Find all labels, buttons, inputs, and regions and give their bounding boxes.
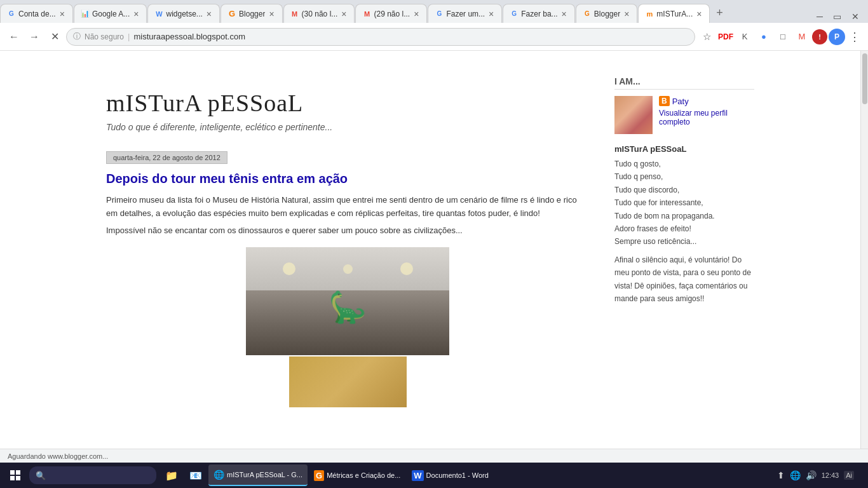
taskbar-ai-label[interactable]: Ai <box>844 471 854 480</box>
win-pane-1 <box>10 470 15 475</box>
tab-label-1: Conta de... <box>18 10 56 18</box>
network-icon: 🌐 <box>790 470 801 480</box>
tab-favicon-8: G <box>510 10 519 18</box>
tab-fazer-8[interactable]: G Fazer ba... × <box>503 4 575 23</box>
status-bar: Aguardando www.blogger.com... <box>0 449 868 463</box>
tab-widgets[interactable]: W widgetse... × <box>147 4 220 23</box>
file-explorer-icon: 📁 <box>165 470 178 482</box>
profile-link[interactable]: Visualizar meu perfil completo <box>659 109 754 126</box>
tab-close-7[interactable]: × <box>487 9 495 19</box>
taskbar-search[interactable]: 🔍 <box>29 466 156 484</box>
tab-bar: G Conta de... × 📊 Google A... × W widget… <box>0 0 868 23</box>
word-icon: W <box>412 470 423 481</box>
taskbar-chrome[interactable]: 🌐 mISTurA pESSoaL - G... <box>208 464 308 486</box>
tab-label-7: Fazer um... <box>446 10 485 18</box>
win-pane-2 <box>16 470 20 475</box>
about-line-6: Adoro frases de efeito! <box>614 222 754 235</box>
tab-close-5[interactable]: × <box>340 9 348 19</box>
windows-logo <box>10 470 20 480</box>
reload-button[interactable]: ✕ <box>46 28 64 46</box>
tab-close-6[interactable]: × <box>412 9 420 19</box>
profile-icon[interactable]: P <box>829 29 845 45</box>
tab-gmail-5[interactable]: M (30 não l... × <box>283 4 355 23</box>
navigation-bar: ← → ✕ ⓘ Não seguro | misturaapessoal.blo… <box>0 23 868 51</box>
close-button[interactable]: ✕ <box>848 10 863 23</box>
tab-label-5: (30 não l... <box>302 10 338 18</box>
taskbar-metricas[interactable]: G Métricas e Criação de... <box>309 464 405 486</box>
taskbar-chrome-label: mISTurA pESSoaL - G... <box>227 471 302 478</box>
tab-blogger-4[interactable]: G Blogger × <box>220 4 283 23</box>
volume-icon: 🔊 <box>806 470 817 480</box>
taskbar-time: 12:43 <box>822 471 839 480</box>
tab-gmail-6[interactable]: M (29 não l... × <box>355 4 427 23</box>
tab-label-8: Fazer ba... <box>521 10 557 18</box>
taskbar-metricas-label: Métricas e Criação de... <box>327 471 400 479</box>
tab-close-1[interactable]: × <box>58 9 66 19</box>
upload-icon: ⬆ <box>777 470 785 480</box>
ext-icon-1[interactable]: K <box>736 28 754 46</box>
tab-favicon-10: m <box>645 10 654 18</box>
tab-label-6: (29 não l... <box>374 10 410 18</box>
tab-favicon-5: M <box>290 10 299 18</box>
post-images: 🦕 <box>106 247 589 407</box>
new-tab-button[interactable]: + <box>710 4 728 22</box>
bookmark-button[interactable]: ☆ <box>698 28 715 46</box>
tab-favicon-1: G <box>7 10 16 18</box>
tab-close-10[interactable]: × <box>695 9 703 19</box>
back-button[interactable]: ← <box>5 28 23 46</box>
taskbar-word[interactable]: W Documento1 - Word <box>407 464 494 486</box>
tab-fazer-7[interactable]: G Fazer um... × <box>428 4 502 23</box>
address-separator: | <box>128 32 130 41</box>
forward-button[interactable]: → <box>25 28 43 46</box>
ext-icon-gmail[interactable]: M <box>793 28 811 46</box>
tab-close-3[interactable]: × <box>205 9 213 19</box>
tab-favicon-9: G <box>583 10 592 18</box>
metricas-icon: G <box>314 470 324 481</box>
tab-close-9[interactable]: × <box>623 9 630 19</box>
ext-icon-chrome[interactable]: ● <box>755 28 773 46</box>
post-date: quarta-feira, 22 de agosto de 2012 <box>106 151 227 164</box>
tab-close-4[interactable]: × <box>268 9 275 19</box>
tab-conta[interactable]: G Conta de... × <box>0 4 73 23</box>
about-line-2: Tudo q penso, <box>614 170 754 183</box>
taskbar-email[interactable]: 📧 <box>184 464 207 486</box>
scrollbar[interactable] <box>860 51 868 449</box>
about-line-5: Tudo de bom na propaganda. <box>614 210 754 222</box>
acrobat-ext-icon[interactable]: PDF <box>717 28 735 46</box>
ext-icon-notification[interactable]: ! <box>812 29 827 44</box>
ext-icon-box[interactable]: □ <box>774 28 792 46</box>
about-line-7: Sempre uso reticência... <box>614 235 754 248</box>
win-pane-3 <box>10 476 15 480</box>
show-desktop-button[interactable] <box>860 463 865 488</box>
tab-google-a[interactable]: 📊 Google A... × <box>74 4 147 23</box>
tab-close-2[interactable]: × <box>132 9 140 19</box>
taskbar-sys-tray: ⬆ 🌐 🔊 12:43 Ai <box>777 470 859 480</box>
taskbar-items: 📁 📧 🌐 mISTurA pESSoaL - G... G Métricas … <box>160 464 776 486</box>
tab-close-8[interactable]: × <box>560 9 568 19</box>
page-content: mISTurA pESSoaL Tudo o que é diferente, … <box>0 51 860 449</box>
sidebar-about-text: Tudo q gosto, Tudo q penso, Tudo que dis… <box>614 158 754 305</box>
scrollbar-thumb[interactable] <box>862 53 867 104</box>
blog-title: mISTurA pESSoaL <box>106 64 589 117</box>
taskbar-file-explorer[interactable]: 📁 <box>160 464 183 486</box>
address-bar[interactable]: ⓘ Não seguro | misturaapessoal.blogspot.… <box>66 28 695 46</box>
blogger-badge: B Paty <box>659 96 754 106</box>
address-url: misturaapessoal.blogspot.com <box>133 32 245 41</box>
tab-favicon-2: 📊 <box>81 10 90 18</box>
chrome-icon: 🌐 <box>214 470 224 480</box>
blog-post: quarta-feira, 22 de agosto de 2012 Depoi… <box>106 151 589 407</box>
start-button[interactable] <box>3 463 28 488</box>
tab-mistura-active[interactable]: m mISTurA... × <box>638 4 710 23</box>
post-title[interactable]: Depois do tour meu tênis entra em ação <box>106 172 589 186</box>
tab-favicon-3: W <box>154 10 163 18</box>
minimize-button[interactable]: ─ <box>813 10 827 23</box>
chrome-menu-button[interactable]: ⋮ <box>846 30 863 44</box>
maximize-button[interactable]: ▭ <box>829 10 845 23</box>
email-icon: 📧 <box>189 470 202 482</box>
tab-label-4: Blogger <box>239 10 265 18</box>
profile-name[interactable]: Paty <box>672 97 689 106</box>
taskbar: 🔍 📁 📧 🌐 mISTurA pESSoaL - G... G Métrica… <box>0 463 868 488</box>
blog-sidebar: I AM... B Paty Visualizar meu perfil com… <box>614 64 754 407</box>
blog-subtitle: Tudo o que é diferente, inteligente, ecl… <box>106 122 589 132</box>
tab-blogger-9[interactable]: G Blogger × <box>576 4 638 23</box>
